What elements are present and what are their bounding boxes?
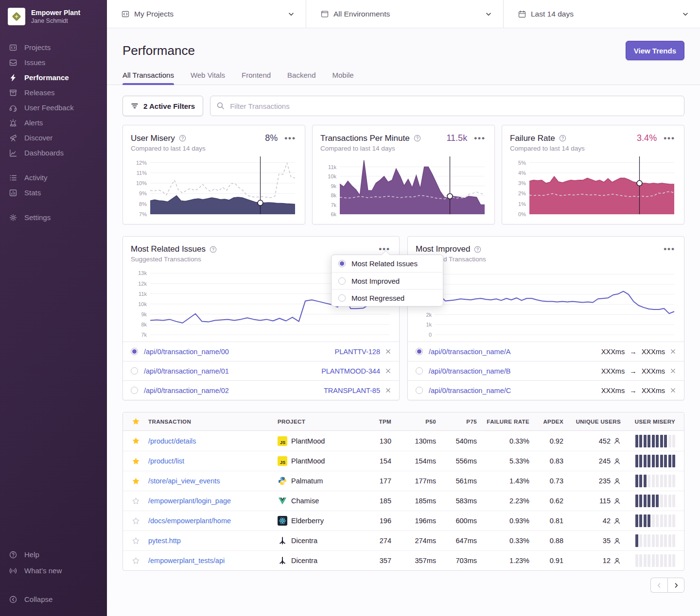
tpm-chart: 11k10k9k8k7k6k — [320, 155, 487, 221]
transaction-link[interactable]: pytest.http — [148, 537, 181, 545]
tab-frontend[interactable]: Frontend — [242, 71, 271, 85]
misery-bars — [635, 534, 676, 547]
widget-subtitle: Suggested Transactions — [416, 256, 676, 263]
sidebar-item-dashboards[interactable]: Dashboards — [0, 145, 107, 160]
tab-backend[interactable]: Backend — [287, 71, 315, 85]
radio-button[interactable] — [338, 277, 346, 285]
sidebar-item-alerts[interactable]: Alerts — [0, 115, 107, 130]
radio-button[interactable] — [131, 348, 138, 355]
sidebar-item-performance[interactable]: Performance — [0, 70, 107, 85]
transaction-link[interactable]: /product/details — [148, 437, 196, 445]
radio-button[interactable] — [131, 387, 138, 394]
close-icon[interactable] — [385, 368, 391, 374]
issue-link[interactable]: TRANSPLANT-85 — [324, 387, 380, 394]
environment-filter-dropdown[interactable]: All Environments — [306, 0, 504, 28]
sidebar-item-user-feedback[interactable]: User Feedback — [0, 100, 107, 115]
sidebar-collapse-button[interactable]: Collapse — [0, 591, 107, 607]
close-icon[interactable] — [670, 348, 676, 355]
transaction-link[interactable]: /api/0/transaction_name/00 — [144, 348, 229, 356]
column-header-user-misery[interactable]: USER MISERY — [621, 419, 684, 425]
transaction-link[interactable]: /docs/empowerplant/home — [148, 517, 231, 525]
help-icon[interactable] — [559, 135, 566, 142]
tab-all-transactions[interactable]: All Transactions — [122, 71, 174, 85]
window-icon — [321, 10, 329, 18]
radio-button[interactable] — [338, 260, 346, 267]
apdex-cell: 0.62 — [529, 497, 563, 505]
next-page-button[interactable] — [667, 578, 684, 593]
project-filter-dropdown[interactable]: My Projects — [107, 0, 306, 28]
transaction-link[interactable]: /api/0/transaction_name/01 — [144, 367, 229, 375]
help-icon[interactable] — [179, 135, 186, 142]
sidebar-item-what-s-new[interactable]: What’s new — [0, 563, 107, 579]
project-name: PlantMood — [291, 457, 325, 465]
column-header-unique-users[interactable]: UNIQUE USERS — [563, 419, 621, 425]
star-filled-icon[interactable] — [132, 437, 140, 445]
tab-web-vitals[interactable]: Web Vitals — [191, 71, 225, 85]
card-menu-button[interactable]: ••• — [663, 134, 676, 143]
radio-button[interactable] — [416, 387, 423, 394]
radio-button[interactable] — [416, 367, 423, 375]
transaction-link[interactable]: /api/0/transaction_name/C — [429, 387, 511, 394]
radio-button[interactable] — [416, 348, 423, 355]
star-outline-icon[interactable] — [132, 497, 140, 505]
radio-button[interactable] — [338, 294, 346, 302]
sidebar-item-help[interactable]: Help — [0, 547, 107, 563]
previous-page-button[interactable] — [650, 578, 667, 593]
transaction-link[interactable]: /api/0/transaction_name/B — [429, 367, 510, 375]
column-header-transaction[interactable]: TRANSACTION — [148, 419, 278, 425]
star-filled-icon[interactable] — [132, 457, 140, 465]
sidebar-item-releases[interactable]: Releases — [0, 85, 107, 100]
menu-item-most-related-issues[interactable]: Most Related Issues — [332, 255, 443, 272]
svg-text:1k: 1k — [426, 322, 432, 327]
menu-item-most-regressed[interactable]: Most Regressed — [332, 289, 443, 306]
star-filled-icon[interactable] — [132, 477, 140, 485]
close-icon[interactable] — [385, 348, 391, 355]
menu-item-most-improved[interactable]: Most Improved — [332, 272, 443, 289]
star-outline-icon[interactable] — [132, 537, 140, 545]
card-header: User Misery8%••• — [131, 133, 297, 143]
column-header-project[interactable]: PROJECT — [278, 419, 360, 425]
column-header-p75[interactable]: P75 — [436, 419, 477, 425]
transaction-link[interactable]: /empowerplant/login_page — [148, 497, 231, 505]
column-header-p50[interactable]: P50 — [391, 419, 436, 425]
search-icon — [216, 102, 225, 110]
apdex-cell: 0.91 — [529, 557, 563, 565]
sidebar-item-stats[interactable]: Stats — [0, 185, 107, 200]
issue-link[interactable]: PLANTMOOD-344 — [321, 367, 380, 375]
card-menu-button[interactable]: ••• — [473, 134, 487, 143]
radio-button[interactable] — [131, 367, 138, 375]
org-switcher[interactable]: Empower Plant Jane Schmidt — [0, 0, 107, 30]
close-icon[interactable] — [670, 387, 676, 394]
column-header-apdex[interactable]: APDEX — [529, 419, 563, 425]
card-menu-button[interactable]: ••• — [283, 134, 297, 143]
help-icon[interactable] — [210, 246, 217, 253]
issue-link[interactable]: PLANTTV-128 — [335, 348, 381, 356]
sidebar-item-discover[interactable]: Discover — [0, 130, 107, 145]
column-header-failure-rate[interactable]: FAILURE RATE — [477, 419, 529, 425]
close-icon[interactable] — [670, 368, 676, 374]
transaction-link[interactable]: /api/0/transaction_name/A — [429, 348, 510, 356]
most-related-issues-widget: Most Related Issues ••• Suggested Transa… — [122, 236, 400, 400]
help-icon[interactable] — [474, 246, 481, 253]
date-range-dropdown[interactable]: Last 14 days — [504, 0, 700, 28]
sidebar-item-settings[interactable]: Settings — [0, 210, 107, 225]
search-input[interactable] — [210, 96, 684, 116]
transaction-link[interactable]: /store/api_view_events — [148, 477, 220, 485]
column-header-tpm[interactable]: TPM — [360, 419, 391, 425]
star-outline-icon[interactable] — [132, 517, 140, 525]
sidebar-item-issues[interactable]: Issues — [0, 55, 107, 70]
tab-mobile[interactable]: Mobile — [332, 71, 353, 85]
view-trends-button[interactable]: View Trends — [626, 41, 684, 60]
sidebar-item-activity[interactable]: Activity — [0, 170, 107, 185]
active-filters-button[interactable]: 2 Active Filters — [122, 96, 203, 116]
transaction-link[interactable]: /product/list — [148, 457, 184, 465]
widget-menu-button[interactable]: ••• — [663, 245, 676, 254]
star-outline-icon[interactable] — [132, 557, 140, 565]
help-icon[interactable] — [414, 135, 421, 142]
transaction-link[interactable]: /api/0/transaction_name/02 — [144, 387, 229, 394]
transaction-link[interactable]: /empowerplant_tests/api — [148, 557, 225, 565]
table-row: /empowerplant/login_pageChamise185185ms5… — [123, 491, 684, 511]
sidebar-item-projects[interactable]: Projects — [0, 40, 107, 55]
star-column-header[interactable] — [123, 417, 148, 426]
close-icon[interactable] — [385, 387, 391, 394]
